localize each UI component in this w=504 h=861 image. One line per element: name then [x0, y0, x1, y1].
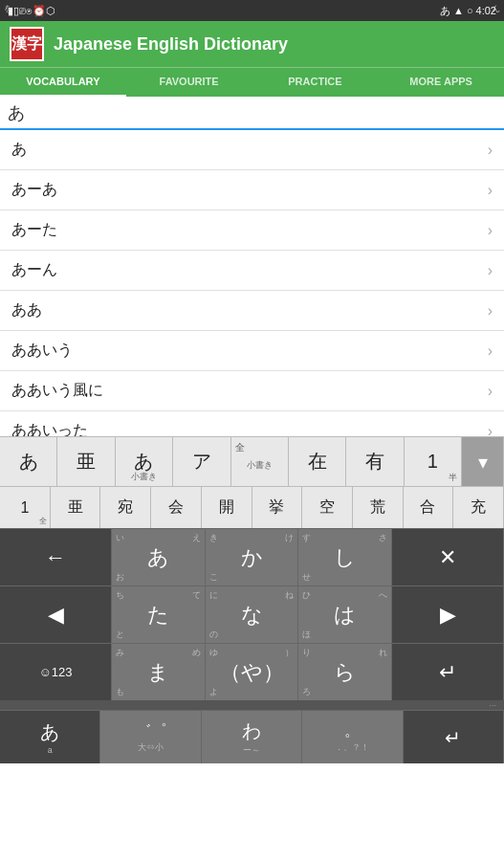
vocab-item[interactable]: ああいう › — [0, 331, 504, 371]
ime-ta-key[interactable]: ち て た と — [112, 586, 206, 643]
ime-enter-key[interactable]: ↵ — [392, 644, 504, 700]
vocab-item[interactable]: あーあ › — [0, 170, 504, 210]
tab-favourite[interactable]: FAVOURITE — [126, 68, 252, 97]
tab-more-apps[interactable]: MORE APPS — [378, 68, 504, 97]
status-icons-right: あ ▲ ○ 4:02 — [440, 4, 496, 18]
ime-dakuten-key[interactable]: ゛゜ 大⇔小 — [100, 711, 201, 763]
vocab-item[interactable]: あーん › — [0, 251, 504, 291]
tl-char: に — [209, 589, 218, 602]
ime-a-key[interactable]: い え あ お — [112, 529, 206, 585]
bl-char: せ — [302, 571, 311, 584]
ime-suggest-yu[interactable]: 有 — [346, 437, 404, 486]
ime-wa-key[interactable]: を ん わ ー～ — [202, 711, 302, 763]
ime-na-key[interactable]: に ね な の — [206, 586, 299, 643]
right-arrow-icon: ▶ — [440, 605, 456, 626]
status-icons-left: ▮▯⎚⍟⏰⬡ — [8, 5, 55, 17]
vocab-text: あーん — [11, 260, 57, 280]
bl-char: ろ — [302, 686, 311, 698]
aa-main: あ — [40, 719, 59, 745]
return-icon: ↵ — [445, 726, 461, 749]
ime-ma-key[interactable]: み め ま も — [112, 644, 206, 700]
chevron-icon: › — [488, 142, 493, 159]
ime-row2-7[interactable]: 空 — [302, 487, 353, 528]
vocab-item[interactable]: ああいった › — [0, 411, 504, 436]
tl-char: を — [4, 3, 12, 15]
ime-right-arrow-key[interactable]: ▶ — [392, 586, 504, 643]
ime-row2-3[interactable]: 宛 — [100, 487, 151, 528]
row2-text: 挙 — [269, 497, 284, 518]
aa-sub: a — [48, 745, 53, 755]
bl-char: の — [209, 629, 218, 641]
tr-char: め — [192, 647, 201, 659]
tl-char: ひ — [302, 589, 311, 602]
ime-row2-5[interactable]: 開 — [202, 487, 252, 528]
suggest-text: 小書き — [247, 459, 273, 472]
chevron-icon: › — [488, 423, 493, 437]
tab-vocabulary[interactable]: VOCABULARY — [0, 68, 126, 97]
vocab-item[interactable]: あ › — [0, 130, 504, 170]
ime-row2-8[interactable]: 荒 — [353, 487, 404, 528]
row2-text: 充 — [471, 497, 486, 518]
ime-emoji123-key[interactable]: ☺123 — [0, 644, 112, 700]
ime-suggest-arrow-down[interactable]: ▾ — [462, 437, 504, 486]
vocab-text: ああいう — [11, 341, 73, 361]
ime-ka-key[interactable]: き け か こ — [206, 529, 299, 585]
main-char: あ — [147, 547, 169, 568]
row2-text: 合 — [420, 497, 435, 518]
tab-practice[interactable]: PRACTICE — [252, 68, 379, 97]
vocab-item[interactable]: ああいう風に › — [0, 371, 504, 411]
ime-row2: 1 全 亜 宛 会 開 挙 空 荒 合 充 — [0, 486, 504, 528]
ime-aa-switch-key[interactable]: あ a — [0, 711, 100, 763]
ime-suggest-kanji-a[interactable]: 亜 — [57, 437, 115, 486]
ime-punct-key[interactable]: 。 ．、？！ — [302, 711, 403, 763]
chevron-icon: › — [488, 262, 493, 279]
ime-extra-row: ··· — [0, 700, 504, 710]
search-input[interactable] — [8, 102, 496, 122]
ime-row2-4[interactable]: 会 — [151, 487, 202, 528]
ime-ha-key[interactable]: ひ へ は ほ — [298, 586, 392, 643]
ime-suggestions-row: あ 亜 あ 小書き ア 全 小書き 在 有 1 半 ▾ — [0, 436, 504, 486]
ime-suggest-1[interactable]: 1 半 — [405, 437, 462, 486]
ime-ya-key[interactable]: ゆ ） （や） よ — [206, 644, 299, 700]
ime-row2-6[interactable]: 挙 — [252, 487, 303, 528]
dakuten-sub: 大⇔小 — [138, 741, 164, 754]
row2-text: 開 — [219, 497, 234, 518]
ime-backspace-key[interactable]: ← — [0, 529, 112, 585]
ime-sa-key[interactable]: す さ し せ — [298, 529, 392, 585]
ime-ra-key[interactable]: り れ ら ろ — [298, 644, 392, 700]
delete-icon: ✕ — [439, 547, 456, 568]
tr-char: ね — [285, 589, 294, 602]
ime-suggest-a[interactable]: あ — [0, 437, 57, 486]
vocab-item[interactable]: あーた › — [0, 210, 504, 251]
ime-keyboard-row3: ☺123 み め ま も ゆ ） （や） よ り れ ら ろ ↵ — [0, 643, 504, 700]
main-char: （や） — [220, 662, 284, 683]
chevron-icon: › — [488, 222, 493, 239]
vocab-text: あーた — [11, 220, 57, 240]
ime-suggest-kata-a[interactable]: ア — [173, 437, 230, 486]
ime-return-key[interactable]: ↵ — [404, 711, 504, 763]
main-char: ら — [334, 662, 356, 683]
suggest-text: 1 — [427, 451, 438, 473]
ime-row2-1[interactable]: 1 全 — [0, 487, 51, 528]
ime-suggest-zai[interactable]: 在 — [289, 437, 346, 486]
ime-suggest-small-a[interactable]: あ 小書き — [116, 437, 173, 486]
ime-row2-10[interactable]: 充 — [453, 487, 504, 528]
suggest-text: 亜 — [77, 449, 96, 475]
row2-text: 宛 — [118, 497, 133, 518]
app-header: 漢字 Japanese English Dictionary — [0, 21, 504, 67]
tl-char: き — [209, 532, 218, 544]
bl-char: と — [116, 629, 124, 641]
ime-delete-key[interactable]: ✕ — [392, 529, 504, 585]
punct-sub: ．、？！ — [335, 741, 369, 754]
ime-left-arrow-key[interactable]: ◀ — [0, 586, 112, 643]
tab-bar: VOCABULARY FAVOURITE PRACTICE MORE APPS — [0, 67, 504, 97]
ime-suggest-full[interactable]: 全 小書き — [231, 437, 289, 486]
main-char: た — [147, 605, 169, 626]
vocab-item[interactable]: ああ › — [0, 291, 504, 331]
tr-char: ） — [285, 647, 294, 659]
chevron-icon: › — [488, 182, 493, 199]
ime-row2-2[interactable]: 亜 — [51, 487, 101, 528]
bl-char: よ — [209, 686, 218, 698]
main-char: は — [334, 605, 356, 626]
ime-row2-9[interactable]: 合 — [404, 487, 454, 528]
